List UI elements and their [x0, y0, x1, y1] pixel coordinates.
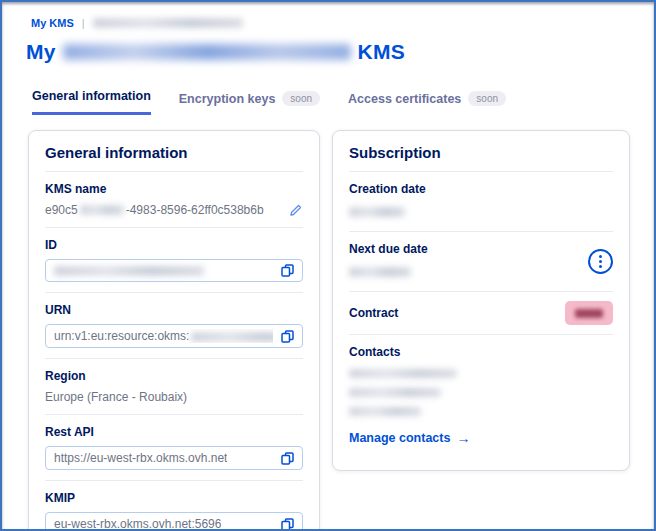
- kebab-menu-icon: [599, 255, 602, 268]
- field-rest-api: Rest API https://eu-west-rbx.okms.ovh.ne…: [45, 414, 303, 480]
- contact-redacted: [349, 388, 441, 397]
- subscription-card: Subscription Creation date Next due date: [332, 130, 630, 471]
- copy-urn-button[interactable]: [281, 330, 294, 343]
- field-region: Region Europe (France - Roubaix): [45, 358, 303, 414]
- contact-redacted: [349, 407, 421, 416]
- page-title-prefix: My: [26, 40, 56, 64]
- copy-rest-api-button[interactable]: [281, 452, 294, 465]
- general-information-heading: General information: [45, 144, 303, 161]
- manage-contacts-label: Manage contacts: [349, 431, 450, 445]
- region-label: Region: [45, 369, 303, 383]
- contract-label: Contract: [349, 306, 398, 320]
- kmip-label: KMIP: [45, 491, 303, 505]
- tab-general-information-label: General information: [32, 89, 151, 103]
- contact-redacted: [349, 369, 457, 378]
- id-value-redacted: [54, 266, 204, 276]
- urn-value-box[interactable]: urn:v1:eu:resource:okms:: [45, 324, 303, 348]
- soon-badge: soon: [282, 91, 320, 106]
- field-urn: URN urn:v1:eu:resource:okms:: [45, 292, 303, 358]
- contract-value-redacted: [575, 309, 603, 318]
- breadcrumb-separator: |: [82, 17, 85, 29]
- subscription-heading: Subscription: [349, 144, 613, 161]
- rest-api-value-box[interactable]: https://eu-west-rbx.okms.ovh.net: [45, 446, 303, 470]
- tab-access-certificates[interactable]: Access certificates soon: [348, 91, 506, 115]
- field-creation-date: Creation date: [349, 171, 613, 231]
- page-title: My KMS: [26, 40, 632, 64]
- manage-contacts-link[interactable]: Manage contacts →: [349, 430, 470, 446]
- page-title-suffix: KMS: [358, 40, 405, 64]
- creation-date-label: Creation date: [349, 182, 613, 196]
- region-value: Europe (France - Roubaix): [45, 390, 303, 404]
- pencil-icon: [289, 203, 303, 217]
- id-value-box[interactable]: [45, 259, 303, 282]
- kmip-value: eu-west-rbx.okms.ovh.net:5696: [54, 517, 221, 531]
- kms-name-label: KMS name: [45, 182, 303, 196]
- breadcrumb: My KMS |: [31, 17, 632, 29]
- copy-icon: [281, 330, 294, 343]
- copy-icon: [281, 264, 294, 277]
- tab-encryption-keys-label: Encryption keys: [179, 92, 276, 106]
- tab-general-information[interactable]: General information: [32, 89, 151, 115]
- next-due-date-label: Next due date: [349, 242, 428, 256]
- field-contract: Contract: [349, 291, 613, 334]
- kmip-value-box[interactable]: eu-west-rbx.okms.ovh.net:5696: [45, 512, 303, 531]
- general-information-card: General information KMS name e90c5-4983-…: [28, 130, 320, 531]
- breadcrumb-kms-id-redacted[interactable]: [93, 18, 243, 28]
- page-title-kms-name-redacted: [63, 44, 351, 60]
- field-kms-name: KMS name e90c5-4983-8596-62ff0c538b6b: [45, 171, 303, 227]
- copy-icon: [281, 452, 294, 465]
- field-contacts: Contacts Manage contacts →: [349, 334, 613, 456]
- next-due-date-redacted: [349, 267, 411, 277]
- urn-value-redacted: [191, 332, 273, 342]
- copy-kmip-button[interactable]: [281, 518, 294, 531]
- contacts-label: Contacts: [349, 345, 613, 359]
- arrow-right-icon: →: [456, 430, 470, 446]
- urn-label: URN: [45, 303, 303, 317]
- subscription-actions-button[interactable]: [588, 249, 613, 274]
- cards-container: General information KMS name e90c5-4983-…: [28, 130, 632, 531]
- urn-value: urn:v1:eu:resource:okms:: [54, 329, 273, 343]
- field-kmip: KMIP eu-west-rbx.okms.ovh.net:5696: [45, 480, 303, 531]
- breadcrumb-my-kms-link[interactable]: My KMS: [31, 17, 74, 29]
- copy-icon: [281, 518, 294, 531]
- tab-bar: General information Encryption keys soon…: [32, 89, 632, 115]
- rest-api-label: Rest API: [45, 425, 303, 439]
- tab-access-certificates-label: Access certificates: [348, 92, 461, 106]
- id-label: ID: [45, 238, 303, 252]
- edit-kms-name-button[interactable]: [289, 203, 303, 217]
- field-next-due-date: Next due date: [349, 231, 613, 291]
- tab-encryption-keys[interactable]: Encryption keys soon: [179, 91, 320, 115]
- kms-name-value: e90c5-4983-8596-62ff0c538b6b: [45, 203, 264, 217]
- field-id: ID: [45, 227, 303, 292]
- rest-api-value: https://eu-west-rbx.okms.ovh.net: [54, 451, 227, 465]
- soon-badge: soon: [468, 91, 506, 106]
- contract-status-badge: [565, 301, 613, 325]
- kms-name-redacted: [80, 205, 124, 215]
- copy-id-button[interactable]: [281, 264, 294, 277]
- creation-date-redacted: [349, 207, 405, 217]
- kms-page: My KMS | My KMS General information Encr…: [2, 2, 654, 531]
